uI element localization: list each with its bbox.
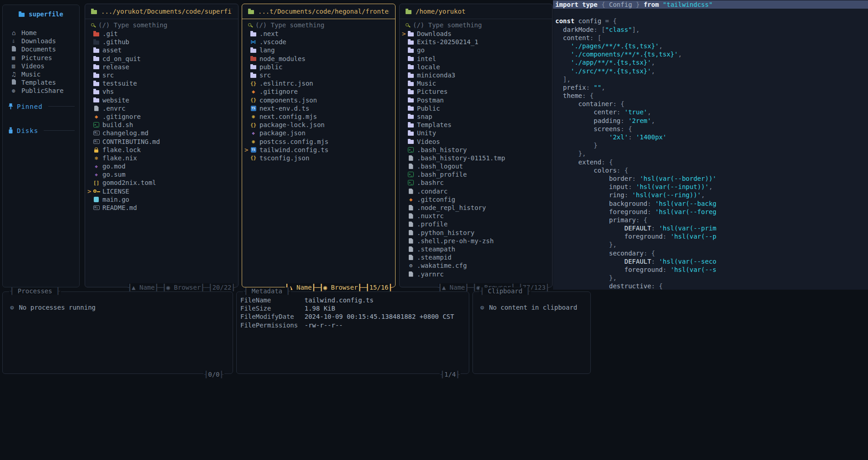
file-row[interactable]: .profile: [400, 220, 552, 228]
file-row[interactable]: {}tsconfig.json: [242, 154, 395, 162]
file-row[interactable]: LICENSE: [85, 187, 238, 195]
sidebar-section-disks: Disks: [3, 127, 79, 134]
file-row[interactable]: ◆.gitignore: [242, 87, 395, 96]
file-row[interactable]: {}package-lock.json: [242, 121, 395, 129]
file-icon-slot: [406, 89, 416, 94]
folder-icon: [93, 41, 99, 45]
file-row[interactable]: Unity: [400, 129, 552, 137]
file-row[interactable]: Exits-20250214_1: [400, 38, 552, 46]
file-row[interactable]: public: [242, 63, 395, 71]
file-row[interactable]: ⚙.wakatime.cfg: [400, 261, 552, 270]
file-panel-frontend[interactable]: ...t/Documents/code/hegonal/frontend (/)…: [242, 4, 396, 287]
file-row[interactable]: M↓README.md: [85, 204, 238, 212]
file-row[interactable]: miniconda3: [400, 71, 552, 79]
file-row[interactable]: asset: [85, 46, 238, 54]
sidebar-item-music[interactable]: Music: [3, 70, 79, 78]
file-row[interactable]: intel: [400, 55, 552, 63]
file-row[interactable]: .steampath: [400, 245, 552, 253]
file-row[interactable]: >_.bashrc: [400, 179, 552, 187]
file-icon-slot: M↓: [91, 205, 101, 210]
file-row[interactable]: testsuite: [85, 79, 238, 87]
file-row[interactable]: ✻flake.nix: [85, 154, 238, 162]
file-row[interactable]: Public: [400, 104, 552, 112]
file-row[interactable]: >_.bash_history: [400, 146, 552, 154]
file-row[interactable]: .python_history: [400, 229, 552, 237]
file-row[interactable]: main.go: [85, 195, 238, 204]
panel-search[interactable]: (/) Type something: [242, 20, 395, 29]
sidebar-item-downloads[interactable]: Downloads: [3, 37, 79, 45]
sidebar-item-templates[interactable]: Templates: [3, 78, 79, 87]
file-panel-superfile[interactable]: .../yorukot/Documents/code/superfile (/)…: [85, 4, 239, 287]
file-row[interactable]: .shell.pre-oh-my-zsh: [400, 237, 552, 245]
file-row[interactable]: .steampid: [400, 253, 552, 261]
file-row[interactable]: Music: [400, 79, 552, 87]
file-icon-slot: [406, 123, 416, 128]
vscode-icon: ⋈: [251, 39, 256, 45]
file-row[interactable]: ◆.gitconfig: [400, 195, 552, 204]
file-row[interactable]: ❖go.sum: [85, 170, 238, 179]
file-row[interactable]: locale: [400, 63, 552, 71]
file-row[interactable]: {}components.json: [242, 96, 395, 104]
file-row[interactable]: go: [400, 46, 552, 54]
file-name: release: [102, 63, 129, 71]
file-row[interactable]: >_build.sh: [85, 121, 238, 129]
file-row[interactable]: .next: [242, 30, 395, 38]
file-row[interactable]: node_modules: [242, 55, 395, 63]
file-row[interactable]: ❖package.json: [242, 129, 395, 137]
file-row[interactable]: Templates: [400, 121, 552, 129]
sidebar-item-home[interactable]: Home: [3, 29, 79, 37]
metadata-row: FileSize1.98 KiB: [240, 304, 469, 312]
file-row[interactable]: ❖go.mod: [85, 162, 238, 170]
file-row[interactable]: M↓CONTRIBUTING.md: [85, 137, 238, 145]
file-row[interactable]: ⋈.vscode: [242, 38, 395, 46]
file-row[interactable]: .bash_logout: [400, 162, 552, 170]
file-row[interactable]: .nuxtrc: [400, 212, 552, 220]
file-row[interactable]: .node_repl_history: [400, 204, 552, 212]
file-row[interactable]: website: [85, 96, 238, 104]
sidebar-item-pictures[interactable]: Pictures: [3, 54, 79, 62]
file-row[interactable]: .git: [85, 30, 238, 38]
file-row[interactable]: vhs: [85, 87, 238, 96]
file-row[interactable]: ◆.gitignore: [85, 112, 238, 121]
file-row[interactable]: lang: [242, 46, 395, 54]
file-row[interactable]: >_.bash_profile: [400, 170, 552, 179]
file-row[interactable]: .yarnrc: [400, 270, 552, 278]
metadata-label: FileModifyDate: [240, 313, 305, 320]
panel-mode[interactable]: Browser: [166, 284, 201, 291]
panel-search[interactable]: (/) Type something: [85, 20, 238, 29]
file-row[interactable]: Downloads: [400, 30, 552, 38]
file-row[interactable]: Videos: [400, 137, 552, 145]
code-line: border: 'hsl(var(--border))': [553, 174, 868, 183]
folder-icon: [250, 65, 256, 69]
file-row[interactable]: .bash_history-01151.tmp: [400, 154, 552, 162]
file-panel-home[interactable]: /home/yorukot (/) Type something Downloa…: [399, 4, 553, 287]
file-row[interactable]: M↓changelog.md: [85, 129, 238, 137]
panel-search[interactable]: (/) Type something: [400, 20, 552, 29]
panel-mode[interactable]: Browser: [323, 284, 358, 291]
file-row[interactable]: ◉next.config.mjs: [242, 112, 395, 121]
file-row[interactable]: .github: [85, 38, 238, 46]
sidebar-item-publicshare[interactable]: PublicShare: [3, 87, 79, 95]
metadata-value: -rw-r--r--: [305, 322, 343, 329]
file-row[interactable]: snap: [400, 112, 552, 121]
file-row[interactable]: .condarc: [400, 187, 552, 195]
file-row[interactable]: TSnext-env.d.ts: [242, 104, 395, 112]
file-row[interactable]: TStailwind.config.ts: [242, 146, 395, 154]
file-row[interactable]: Pictures: [400, 87, 552, 96]
file-row[interactable]: src: [242, 71, 395, 79]
file-row[interactable]: release: [85, 63, 238, 71]
sort-toggle[interactable]: Name: [132, 284, 155, 291]
file-row[interactable]: {}.eslintrc.json: [242, 79, 395, 87]
sidebar-item-documents[interactable]: Documents: [3, 45, 79, 53]
file-row[interactable]: cd_on_quit: [85, 55, 238, 63]
file-row[interactable]: []gomod2nix.toml: [85, 179, 238, 187]
file-row[interactable]: src: [85, 71, 238, 79]
sort-toggle[interactable]: Name: [442, 284, 465, 291]
file-name: Exits-20250214_1: [417, 38, 478, 46]
file-row[interactable]: flake.lock: [85, 146, 238, 154]
sort-toggle[interactable]: Name: [289, 284, 312, 291]
file-row[interactable]: ◉postcss.config.mjs: [242, 137, 395, 145]
file-row[interactable]: Postman: [400, 96, 552, 104]
sidebar-item-videos[interactable]: Videos: [3, 62, 79, 70]
file-row[interactable]: .envrc: [85, 104, 238, 112]
